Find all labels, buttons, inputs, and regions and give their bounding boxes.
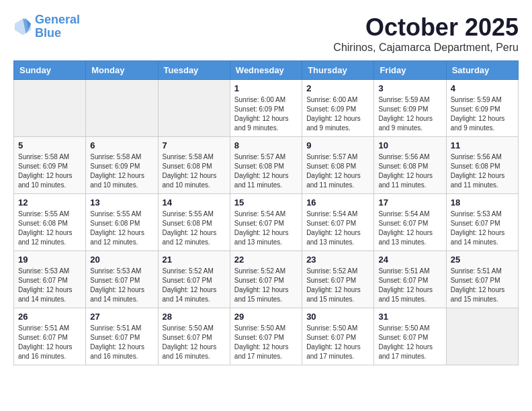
day-info: Sunrise: 5:53 AM Sunset: 6:07 PM Dayligh… bbox=[18, 267, 81, 304]
day-number: 9 bbox=[306, 140, 369, 150]
day-number: 1 bbox=[234, 83, 298, 93]
day-number: 20 bbox=[90, 255, 153, 265]
calendar-cell: 16Sunrise: 5:54 AM Sunset: 6:07 PM Dayli… bbox=[302, 194, 374, 251]
day-number: 6 bbox=[90, 140, 153, 150]
weekday-header-row: SundayMondayTuesdayWednesdayThursdayFrid… bbox=[14, 61, 519, 80]
calendar-cell: 7Sunrise: 5:58 AM Sunset: 6:08 PM Daylig… bbox=[158, 137, 230, 194]
calendar-cell: 2Sunrise: 6:00 AM Sunset: 6:09 PM Daylig… bbox=[302, 80, 374, 137]
title-section: October 2025 Chirinos, Cajamarca Departm… bbox=[333, 13, 519, 54]
weekday-header-thursday: Thursday bbox=[302, 61, 374, 80]
day-info: Sunrise: 5:51 AM Sunset: 6:07 PM Dayligh… bbox=[90, 324, 153, 361]
week-row-1: 1Sunrise: 6:00 AM Sunset: 6:09 PM Daylig… bbox=[14, 80, 519, 137]
calendar-table: SundayMondayTuesdayWednesdayThursdayFrid… bbox=[13, 60, 519, 365]
day-number: 22 bbox=[234, 255, 298, 265]
day-number: 18 bbox=[451, 197, 514, 208]
day-number: 14 bbox=[163, 197, 226, 208]
day-info: Sunrise: 5:54 AM Sunset: 6:07 PM Dayligh… bbox=[378, 210, 441, 247]
week-row-3: 12Sunrise: 5:55 AM Sunset: 6:08 PM Dayli… bbox=[14, 194, 519, 251]
calendar-cell: 8Sunrise: 5:57 AM Sunset: 6:08 PM Daylig… bbox=[230, 137, 302, 194]
day-info: Sunrise: 5:55 AM Sunset: 6:08 PM Dayligh… bbox=[18, 210, 81, 247]
calendar-cell: 4Sunrise: 5:59 AM Sunset: 6:09 PM Daylig… bbox=[446, 80, 518, 137]
day-info: Sunrise: 5:59 AM Sunset: 6:09 PM Dayligh… bbox=[378, 95, 441, 133]
weekday-header-saturday: Saturday bbox=[446, 61, 518, 80]
day-info: Sunrise: 6:00 AM Sunset: 6:09 PM Dayligh… bbox=[234, 95, 298, 133]
logo-line2: Blue bbox=[35, 26, 61, 40]
day-info: Sunrise: 5:56 AM Sunset: 6:08 PM Dayligh… bbox=[378, 152, 441, 190]
day-info: Sunrise: 5:57 AM Sunset: 6:08 PM Dayligh… bbox=[234, 152, 298, 190]
calendar-cell: 28Sunrise: 5:50 AM Sunset: 6:07 PM Dayli… bbox=[158, 308, 230, 365]
calendar-cell: 21Sunrise: 5:52 AM Sunset: 6:07 PM Dayli… bbox=[158, 251, 230, 308]
calendar-cell bbox=[14, 80, 86, 137]
day-number: 8 bbox=[234, 140, 298, 150]
day-number: 4 bbox=[451, 83, 514, 93]
day-info: Sunrise: 5:56 AM Sunset: 6:08 PM Dayligh… bbox=[451, 152, 514, 190]
calendar-cell: 30Sunrise: 5:50 AM Sunset: 6:07 PM Dayli… bbox=[302, 308, 374, 365]
day-info: Sunrise: 5:58 AM Sunset: 6:08 PM Dayligh… bbox=[163, 152, 226, 190]
calendar-cell bbox=[158, 80, 230, 137]
calendar-cell bbox=[86, 80, 158, 137]
day-info: Sunrise: 5:59 AM Sunset: 6:09 PM Dayligh… bbox=[451, 95, 514, 133]
day-info: Sunrise: 5:50 AM Sunset: 6:07 PM Dayligh… bbox=[234, 324, 298, 361]
day-info: Sunrise: 5:53 AM Sunset: 6:07 PM Dayligh… bbox=[451, 210, 514, 247]
logo-icon bbox=[13, 17, 32, 36]
calendar-cell: 15Sunrise: 5:54 AM Sunset: 6:07 PM Dayli… bbox=[230, 194, 302, 251]
day-number: 5 bbox=[18, 140, 81, 150]
day-number: 13 bbox=[90, 197, 153, 208]
calendar-cell: 11Sunrise: 5:56 AM Sunset: 6:08 PM Dayli… bbox=[446, 137, 518, 194]
day-info: Sunrise: 5:50 AM Sunset: 6:07 PM Dayligh… bbox=[378, 324, 441, 361]
weekday-header-friday: Friday bbox=[374, 61, 446, 80]
week-row-4: 19Sunrise: 5:53 AM Sunset: 6:07 PM Dayli… bbox=[14, 251, 519, 308]
day-number: 31 bbox=[378, 312, 441, 322]
day-info: Sunrise: 5:54 AM Sunset: 6:07 PM Dayligh… bbox=[306, 210, 369, 247]
day-info: Sunrise: 5:51 AM Sunset: 6:07 PM Dayligh… bbox=[18, 324, 81, 361]
calendar-cell: 23Sunrise: 5:52 AM Sunset: 6:07 PM Dayli… bbox=[302, 251, 374, 308]
calendar-cell: 31Sunrise: 5:50 AM Sunset: 6:07 PM Dayli… bbox=[374, 308, 446, 365]
day-number: 2 bbox=[306, 83, 369, 93]
day-info: Sunrise: 5:50 AM Sunset: 6:07 PM Dayligh… bbox=[306, 324, 369, 361]
day-info: Sunrise: 5:52 AM Sunset: 6:07 PM Dayligh… bbox=[234, 267, 298, 304]
day-number: 12 bbox=[18, 197, 81, 208]
day-number: 3 bbox=[378, 83, 441, 93]
day-number: 10 bbox=[378, 140, 441, 150]
calendar-subtitle: Chirinos, Cajamarca Department, Peru bbox=[333, 42, 519, 54]
calendar-cell: 3Sunrise: 5:59 AM Sunset: 6:09 PM Daylig… bbox=[374, 80, 446, 137]
day-number: 29 bbox=[234, 312, 298, 322]
logo-text: General Blue bbox=[35, 13, 80, 40]
day-number: 11 bbox=[451, 140, 514, 150]
weekday-header-sunday: Sunday bbox=[14, 61, 86, 80]
day-info: Sunrise: 5:55 AM Sunset: 6:08 PM Dayligh… bbox=[163, 210, 226, 247]
day-number: 19 bbox=[18, 255, 81, 265]
calendar-cell: 6Sunrise: 5:58 AM Sunset: 6:09 PM Daylig… bbox=[86, 137, 158, 194]
calendar-cell: 13Sunrise: 5:55 AM Sunset: 6:08 PM Dayli… bbox=[86, 194, 158, 251]
calendar-cell: 22Sunrise: 5:52 AM Sunset: 6:07 PM Dayli… bbox=[230, 251, 302, 308]
calendar-cell: 24Sunrise: 5:51 AM Sunset: 6:07 PM Dayli… bbox=[374, 251, 446, 308]
day-number: 26 bbox=[18, 312, 81, 322]
calendar-cell: 10Sunrise: 5:56 AM Sunset: 6:08 PM Dayli… bbox=[374, 137, 446, 194]
day-number: 7 bbox=[163, 140, 226, 150]
day-number: 15 bbox=[234, 197, 298, 208]
week-row-2: 5Sunrise: 5:58 AM Sunset: 6:09 PM Daylig… bbox=[14, 137, 519, 194]
calendar-cell: 12Sunrise: 5:55 AM Sunset: 6:08 PM Dayli… bbox=[14, 194, 86, 251]
calendar-cell: 19Sunrise: 5:53 AM Sunset: 6:07 PM Dayli… bbox=[14, 251, 86, 308]
day-info: Sunrise: 5:50 AM Sunset: 6:07 PM Dayligh… bbox=[163, 324, 226, 361]
logo-line1: General bbox=[35, 13, 80, 26]
calendar-cell: 25Sunrise: 5:51 AM Sunset: 6:07 PM Dayli… bbox=[446, 251, 518, 308]
day-number: 28 bbox=[163, 312, 226, 322]
calendar-cell: 26Sunrise: 5:51 AM Sunset: 6:07 PM Dayli… bbox=[14, 308, 86, 365]
day-info: Sunrise: 5:53 AM Sunset: 6:07 PM Dayligh… bbox=[90, 267, 153, 304]
day-info: Sunrise: 5:58 AM Sunset: 6:09 PM Dayligh… bbox=[90, 152, 153, 190]
day-info: Sunrise: 5:52 AM Sunset: 6:07 PM Dayligh… bbox=[163, 267, 226, 304]
calendar-cell: 5Sunrise: 5:58 AM Sunset: 6:09 PM Daylig… bbox=[14, 137, 86, 194]
day-info: Sunrise: 5:51 AM Sunset: 6:07 PM Dayligh… bbox=[378, 267, 441, 304]
calendar-cell: 14Sunrise: 5:55 AM Sunset: 6:08 PM Dayli… bbox=[158, 194, 230, 251]
week-row-5: 26Sunrise: 5:51 AM Sunset: 6:07 PM Dayli… bbox=[14, 308, 519, 365]
calendar-cell: 29Sunrise: 5:50 AM Sunset: 6:07 PM Dayli… bbox=[230, 308, 302, 365]
day-number: 21 bbox=[163, 255, 226, 265]
day-info: Sunrise: 5:54 AM Sunset: 6:07 PM Dayligh… bbox=[234, 210, 298, 247]
logo: General Blue bbox=[13, 13, 80, 40]
day-info: Sunrise: 5:55 AM Sunset: 6:08 PM Dayligh… bbox=[90, 210, 153, 247]
day-info: Sunrise: 5:58 AM Sunset: 6:09 PM Dayligh… bbox=[18, 152, 81, 190]
weekday-header-wednesday: Wednesday bbox=[230, 61, 302, 80]
day-number: 17 bbox=[378, 197, 441, 208]
day-number: 25 bbox=[451, 255, 514, 265]
